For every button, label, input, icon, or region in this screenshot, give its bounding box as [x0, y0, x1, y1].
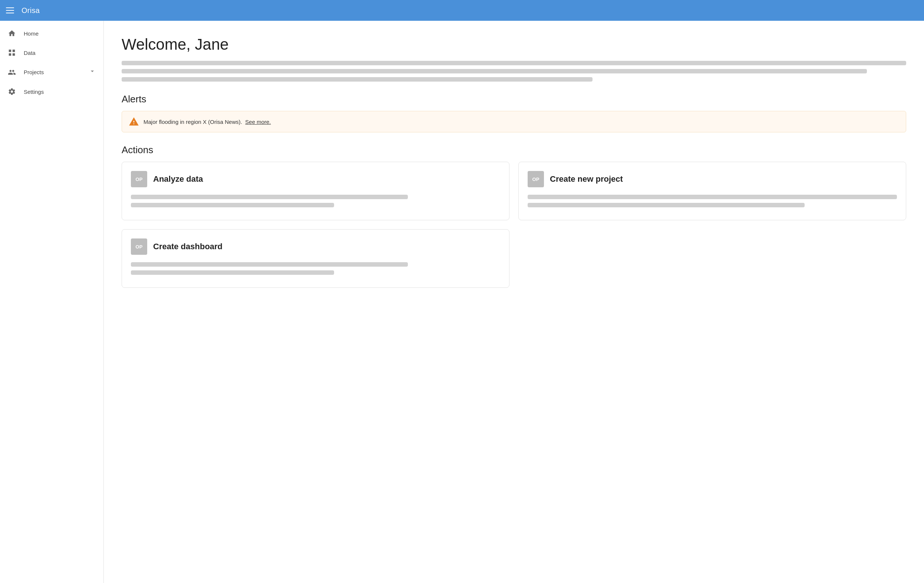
- main-content: Welcome, Jane Alerts Major flooding in r…: [104, 21, 924, 583]
- settings-icon: [7, 87, 16, 96]
- action-card-skeleton-analyze: [131, 195, 500, 207]
- sidebar-item-settings[interactable]: Settings: [0, 82, 104, 101]
- topbar: Orisa: [0, 0, 924, 21]
- action-badge-project: OP: [528, 171, 544, 187]
- skeleton-bar-dashboard-1: [131, 262, 408, 267]
- skeleton-bar-analyze-1: [131, 195, 408, 199]
- warning-icon: [129, 116, 139, 127]
- home-icon: [7, 29, 16, 38]
- action-title-project: Create new project: [550, 174, 623, 184]
- action-card-header-project: OP Create new project: [528, 171, 897, 187]
- skeleton-bar-2: [122, 69, 867, 73]
- app-title: Orisa: [21, 6, 40, 15]
- action-title-analyze: Analyze data: [153, 174, 203, 184]
- menu-button[interactable]: [6, 7, 14, 13]
- chevron-down-icon: [89, 68, 96, 77]
- action-card-create-project[interactable]: OP Create new project: [518, 162, 906, 220]
- skeleton-bar-project-1: [528, 195, 897, 199]
- sidebar-projects-label: Projects: [24, 69, 81, 75]
- action-card-header-analyze: OP Analyze data: [131, 171, 500, 187]
- skeleton-bar-dashboard-2: [131, 270, 334, 275]
- projects-icon: [7, 68, 16, 77]
- skeleton-bar-1: [122, 61, 906, 65]
- action-card-analyze-data[interactable]: OP Analyze data: [122, 162, 510, 220]
- alert-message: Major flooding in region X (Orisa News).…: [144, 119, 271, 125]
- main-layout: Home Data Projects: [0, 21, 924, 583]
- welcome-title: Welcome, Jane: [122, 36, 906, 53]
- sidebar-item-projects[interactable]: Projects: [0, 62, 104, 82]
- action-badge-analyze: OP: [131, 171, 147, 187]
- action-card-header-dashboard: OP Create dashboard: [131, 238, 500, 255]
- sidebar: Home Data Projects: [0, 21, 104, 583]
- action-title-dashboard: Create dashboard: [153, 242, 223, 251]
- skeleton-bar-project-2: [528, 203, 805, 207]
- action-card-skeleton-dashboard: [131, 262, 500, 275]
- alert-see-more-link[interactable]: See more.: [245, 119, 271, 125]
- skeleton-bar-3: [122, 77, 592, 82]
- sidebar-settings-label: Settings: [24, 89, 96, 95]
- action-badge-dashboard: OP: [131, 238, 147, 255]
- sidebar-data-label: Data: [24, 50, 96, 56]
- skeleton-bar-analyze-2: [131, 203, 334, 207]
- sidebar-item-data[interactable]: Data: [0, 43, 104, 62]
- actions-grid: OP Analyze data OP Create new project: [122, 162, 906, 220]
- action-card-skeleton-project: [528, 195, 897, 207]
- alert-box: Major flooding in region X (Orisa News).…: [122, 111, 906, 132]
- actions-bottom: OP Create dashboard: [122, 229, 906, 288]
- sidebar-item-home[interactable]: Home: [0, 24, 104, 43]
- sidebar-home-label: Home: [24, 30, 96, 37]
- alerts-section-title: Alerts: [122, 94, 906, 105]
- data-icon: [7, 48, 16, 57]
- actions-section-title: Actions: [122, 144, 906, 156]
- action-card-create-dashboard[interactable]: OP Create dashboard: [122, 229, 510, 288]
